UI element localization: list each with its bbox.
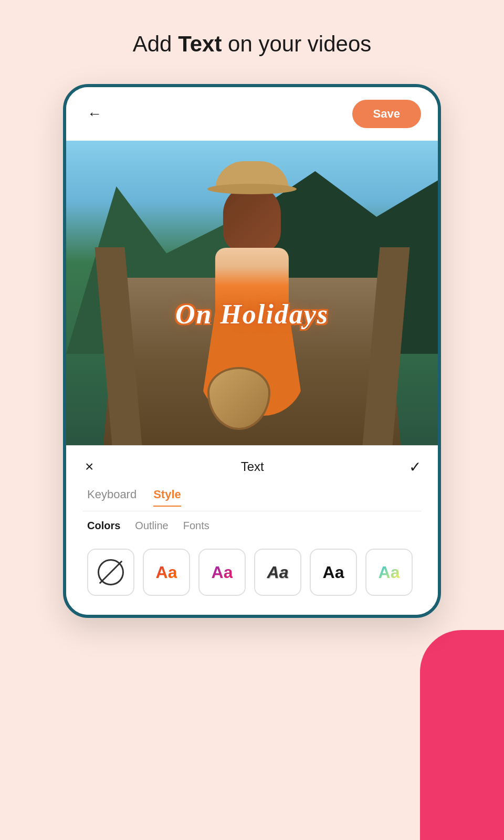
title-bold: Text — [178, 32, 222, 56]
overlay-text[interactable]: On Holidays — [175, 299, 329, 330]
toolbar-title: Text — [241, 459, 264, 474]
font-aa-label: Aa — [379, 563, 400, 582]
no-style-icon — [98, 559, 124, 585]
tab-style[interactable]: Style — [153, 488, 181, 507]
phone-mockup: ← Save — [63, 84, 441, 618]
font-aa-label: Aa — [323, 563, 344, 582]
font-option-purple[interactable]: Aa — [198, 549, 246, 596]
sub-tab-row: Colors Outline Fonts — [83, 511, 421, 540]
font-options-row: Aa Aa Aa Aa Aa — [83, 540, 421, 604]
phone-screen: ← Save — [63, 84, 441, 618]
font-option-none[interactable] — [87, 549, 134, 596]
save-button[interactable]: Save — [352, 100, 421, 128]
page-title: Add Text on your videos — [0, 0, 504, 78]
font-aa-label: Aa — [267, 563, 289, 582]
close-button[interactable]: × — [83, 456, 96, 477]
main-tab-row: Keyboard Style — [83, 479, 421, 511]
sub-tab-outline[interactable]: Outline — [135, 520, 168, 532]
sub-tab-colors[interactable]: Colors — [87, 520, 120, 532]
font-option-black[interactable]: Aa — [310, 549, 357, 596]
hair — [223, 185, 281, 253]
title-plain: Add — [133, 32, 178, 56]
toolbar-actions: × Text ✓ — [83, 456, 421, 477]
hat — [215, 161, 289, 190]
text-toolbar: × Text ✓ Keyboard Style Colors Outline F… — [66, 445, 438, 615]
font-option-dark[interactable]: Aa — [254, 549, 301, 596]
video-scene: On Holidays — [66, 141, 438, 445]
title-suffix: on your videos — [222, 32, 371, 56]
confirm-button[interactable]: ✓ — [409, 458, 421, 476]
font-option-teal-yellow[interactable]: Aa — [365, 549, 413, 596]
phone-header: ← Save — [66, 87, 438, 141]
tab-keyboard[interactable]: Keyboard — [87, 488, 136, 507]
font-aa-label: Aa — [212, 563, 233, 582]
sub-tab-fonts[interactable]: Fonts — [183, 520, 209, 532]
font-option-red-orange[interactable]: Aa — [143, 549, 190, 596]
video-preview[interactable]: On Holidays — [66, 141, 438, 445]
font-aa-label: Aa — [156, 563, 177, 582]
decorative-shape — [420, 630, 504, 840]
back-button[interactable]: ← — [83, 101, 106, 127]
